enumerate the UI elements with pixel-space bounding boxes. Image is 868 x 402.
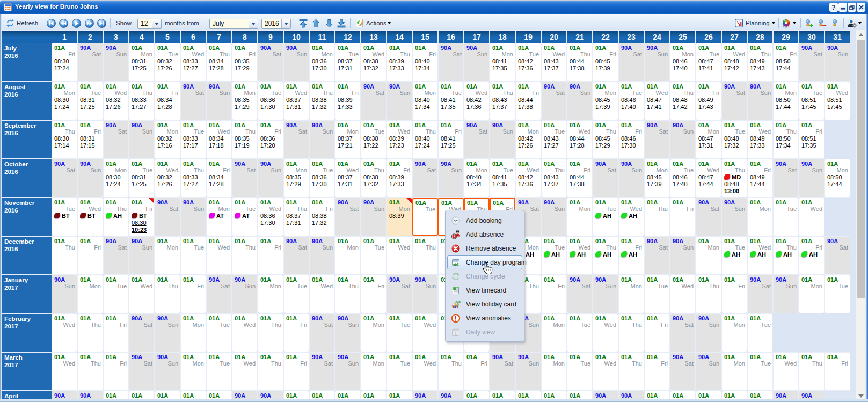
svg-text:1: 1 [455,332,457,335]
